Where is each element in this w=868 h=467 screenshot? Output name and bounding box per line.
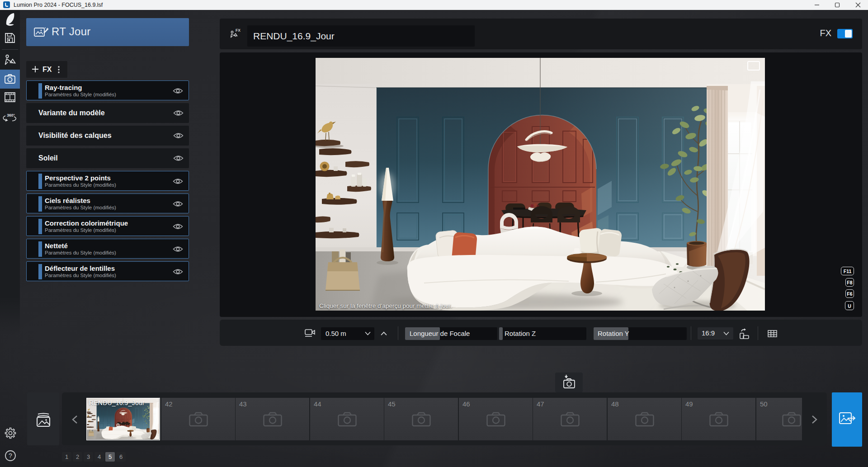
svg-text:FX: FX [236,28,241,33]
svg-text:360°: 360° [7,113,15,118]
svg-text:FX: FX [42,66,52,73]
svg-text:?: ? [9,452,12,459]
